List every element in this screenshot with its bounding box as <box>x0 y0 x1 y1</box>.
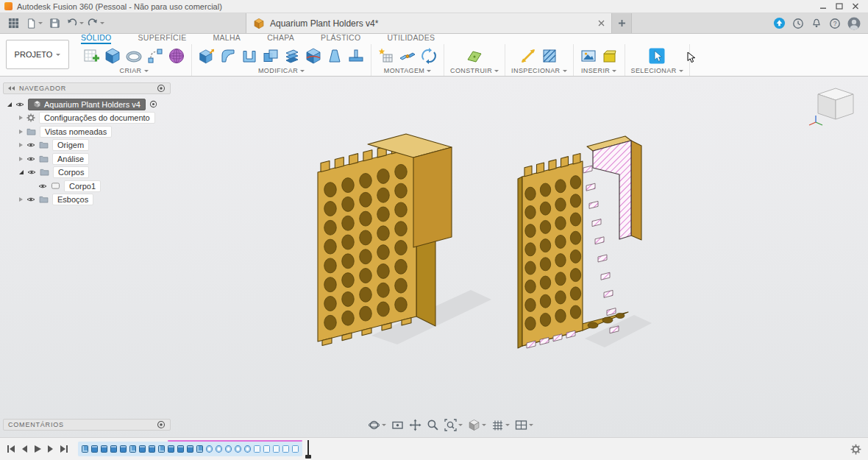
tree-item-document-settings[interactable]: Configurações do documento <box>3 112 171 124</box>
measure-icon[interactable] <box>519 47 537 65</box>
notifications-bell-icon[interactable] <box>811 18 822 29</box>
timeline-feature-extrude-icon[interactable] <box>149 445 155 453</box>
tree-item-named-views[interactable]: Vistas nomeadas <box>3 125 171 138</box>
tab-utilidades[interactable]: UTILIDADES <box>387 33 435 44</box>
tab-plastico[interactable]: PLÁSTICO <box>321 33 360 44</box>
timeline-feature-sketch-icon[interactable] <box>129 445 136 453</box>
user-avatar[interactable] <box>847 17 861 30</box>
job-status-icon[interactable] <box>773 17 786 29</box>
close-document-button[interactable] <box>598 20 605 26</box>
tab-malha[interactable]: MALHA <box>213 33 241 44</box>
decal-icon[interactable] <box>580 47 597 65</box>
fillet-icon[interactable] <box>219 47 237 65</box>
timeline-feature-extrude-icon[interactable] <box>177 445 184 453</box>
group-label-construir[interactable]: CONSTRUIR <box>450 67 499 74</box>
tab-chapa[interactable]: CHAPA <box>267 33 294 44</box>
timeline-feature-hole-icon[interactable] <box>225 445 232 453</box>
go-to-start-button[interactable] <box>7 445 15 453</box>
visibility-eye-icon[interactable] <box>15 102 24 107</box>
collapse-arrow-icon[interactable] <box>19 116 23 120</box>
new-component-icon[interactable] <box>377 47 395 65</box>
model-plant-holder-section[interactable] <box>518 136 641 348</box>
tree-item-chip[interactable]: Corpo1 <box>64 180 101 192</box>
shell-icon[interactable] <box>241 47 258 65</box>
minimize-button[interactable] <box>815 0 831 13</box>
timeline-feature-extrude-icon[interactable] <box>101 445 107 453</box>
timeline-feature-extrude-icon[interactable] <box>187 445 193 453</box>
tab-superficie[interactable]: SUPERFÍCIE <box>138 33 186 44</box>
collapse-panel-icon[interactable] <box>8 86 15 91</box>
visibility-eye-icon[interactable] <box>26 142 35 148</box>
tree-item-chip[interactable]: Corpos <box>53 166 89 178</box>
group-label-criar[interactable]: CRIAR <box>119 67 148 74</box>
tab-solido[interactable]: SÓLIDO <box>81 33 111 44</box>
pan-button[interactable] <box>409 419 421 431</box>
tree-item-chip[interactable]: Vistas nomeadas <box>40 126 112 138</box>
timeline-feature-hole-icon[interactable] <box>206 445 213 453</box>
primitive-box-icon[interactable] <box>104 47 121 65</box>
project-menu-button[interactable]: PROJETO <box>6 40 69 69</box>
timeline-feature-sketch-outline-icon[interactable] <box>282 445 289 453</box>
navigator-header[interactable]: NAVEGADOR <box>3 82 171 94</box>
timeline-feature-sketch-outline-icon[interactable] <box>263 445 270 453</box>
tree-item-root[interactable]: Aquarium Plant Holders v4 <box>3 98 171 110</box>
group-label-selecionar[interactable]: SELECIONAR <box>631 67 683 74</box>
create-sketch-icon[interactable] <box>82 47 100 65</box>
tree-item-chip[interactable]: Aquarium Plant Holders v4 <box>28 99 146 110</box>
collapse-arrow-icon[interactable] <box>19 197 23 202</box>
tree-item-body1[interactable]: Corpo1 <box>3 180 171 192</box>
redo-button[interactable] <box>87 15 104 32</box>
visibility-eye-icon[interactable] <box>27 169 36 175</box>
tree-item-sketches[interactable]: Esboços <box>3 194 171 206</box>
play-button[interactable] <box>33 445 42 453</box>
group-label-montagem[interactable]: MONTAGEM <box>384 67 432 74</box>
tree-item-chip[interactable]: Análise <box>52 153 89 165</box>
view-cube[interactable] <box>808 85 864 128</box>
display-settings-button[interactable] <box>468 419 486 431</box>
panel-options-icon[interactable] <box>157 84 166 93</box>
zoom-button[interactable] <box>427 419 439 431</box>
model-plant-holder[interactable] <box>318 134 452 345</box>
group-label-inspecionar[interactable]: INSPECIONAR <box>511 67 566 74</box>
revolve-icon[interactable] <box>125 47 143 65</box>
timeline-feature-extrude-icon[interactable] <box>110 445 117 453</box>
history-clock-icon[interactable] <box>792 18 804 29</box>
fit-button[interactable] <box>444 419 463 431</box>
tree-item-chip[interactable]: Configurações do documento <box>39 112 155 124</box>
timeline-position-marker[interactable] <box>307 440 309 458</box>
combine-icon[interactable] <box>262 47 280 65</box>
collapse-arrow-icon[interactable] <box>19 157 23 161</box>
create-form-icon[interactable] <box>168 47 185 65</box>
undo-button[interactable] <box>66 15 84 32</box>
close-button[interactable] <box>847 0 864 13</box>
tree-item-chip[interactable]: Esboços <box>52 194 93 205</box>
insert-part-icon[interactable] <box>601 47 619 65</box>
timeline-feature-extrude-icon[interactable] <box>139 445 146 453</box>
timeline-feature-extrude-icon[interactable] <box>120 445 127 453</box>
document-tab[interactable]: Aquarium Plant Holders v4* <box>246 13 612 33</box>
app-grid-button[interactable] <box>4 15 22 32</box>
panel-options-icon[interactable] <box>157 420 166 429</box>
comments-header[interactable]: COMENTÁRIOS <box>3 419 171 431</box>
collapse-arrow-icon[interactable] <box>19 130 23 134</box>
tree-item-analysis[interactable]: Análise <box>3 152 171 165</box>
section-analysis-icon[interactable] <box>541 47 558 65</box>
expand-arrow-icon[interactable] <box>19 170 24 174</box>
timeline-feature-extrude-icon[interactable] <box>168 445 174 453</box>
tree-item-origin[interactable]: Origem <box>3 139 171 152</box>
select-tool-icon[interactable] <box>648 47 666 65</box>
help-icon[interactable]: ? <box>829 18 841 29</box>
timeline-feature-sketch-icon[interactable] <box>158 445 165 453</box>
save-button[interactable] <box>46 15 63 32</box>
timeline-feature-hole-icon[interactable] <box>216 445 222 453</box>
new-tab-button[interactable] <box>612 13 632 33</box>
step-back-button[interactable] <box>20 445 29 453</box>
visibility-eye-icon[interactable] <box>38 183 47 189</box>
timeline-feature-hole-icon[interactable] <box>244 445 251 453</box>
maximize-button[interactable] <box>831 0 847 13</box>
file-menu-button[interactable] <box>25 15 43 32</box>
step-forward-button[interactable] <box>46 445 55 453</box>
offset-face-icon[interactable] <box>283 47 301 65</box>
timeline-feature-hole-icon[interactable] <box>235 445 241 453</box>
collapse-arrow-icon[interactable] <box>19 143 23 147</box>
